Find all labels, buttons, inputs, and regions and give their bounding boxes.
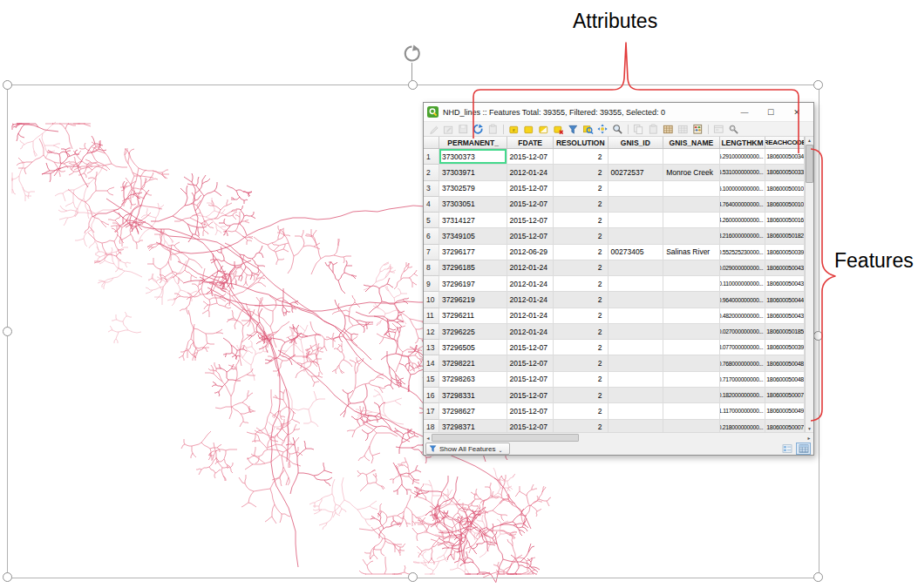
table-cell[interactable]: 37296505 [439,340,507,355]
table-cell[interactable] [663,355,720,371]
selection-handle-middle-left[interactable] [3,327,12,336]
maximize-button[interactable]: ☐ [758,105,784,120]
form-view-toggle[interactable] [779,443,794,455]
table-view-toggle[interactable] [796,443,811,455]
table-cell[interactable] [663,292,720,308]
table-cell[interactable]: 1806000501850 [765,324,805,340]
table-cell[interactable]: 1806000500484 [765,372,805,388]
new-field-icon[interactable] [661,123,676,136]
table-cell[interactable] [663,276,720,292]
table-cell[interactable]: 1806000500398 [765,245,805,260]
table-cell[interactable]: 0.027000000000... [720,324,766,340]
table-cell[interactable]: 0.768000000000... [720,355,766,371]
table-cell[interactable]: 2 [554,403,609,419]
table-cell[interactable] [663,197,720,213]
table-cell[interactable]: 2015-12-07 [507,340,554,355]
row-number[interactable]: 4 [424,197,439,213]
field-calculator-icon[interactable] [690,123,705,136]
table-cell[interactable]: 37298331 [439,388,507,403]
table-cell[interactable]: 2015-12-07 [507,388,554,403]
reload-table-icon[interactable] [471,123,486,136]
search-icon[interactable] [610,123,625,136]
row-number[interactable]: 10 [424,292,439,308]
selection-handle-middle-right[interactable] [813,331,823,341]
table-cell[interactable]: 5.291000000000... [720,149,766,165]
row-number[interactable]: 9 [424,276,439,292]
table-cell[interactable]: 37303971 [439,165,507,180]
table-cell[interactable] [609,197,664,213]
table-cell[interactable]: 37303051 [439,197,507,213]
table-cell[interactable]: 2 [554,308,609,324]
table-cell[interactable]: 1806000500101 [765,181,805,197]
table-cell[interactable] [663,388,720,403]
column-header-lengthkm[interactable]: LENGTHKM [720,137,766,148]
show-all-features-button[interactable]: Show All Features ⌄ [425,443,510,455]
table-cell[interactable]: 0.110000000000... [720,276,766,292]
deselect-all-icon[interactable] [551,123,566,136]
table-cell[interactable]: 2015-12-07 [507,197,554,213]
table-cell[interactable]: 37302579 [439,181,507,197]
table-cell[interactable]: 37296225 [439,324,507,340]
table-cell[interactable]: 37298627 [439,403,507,419]
column-header-gnis_name[interactable]: GNIS_NAME [663,137,720,148]
table-cell[interactable]: 2015-12-07 [507,372,554,388]
table-cell[interactable] [609,388,664,403]
selection-handle-bottom-left[interactable] [3,572,12,582]
close-button[interactable]: ✕ [784,105,810,120]
row-number[interactable]: 11 [424,308,439,324]
table-cell[interactable] [663,324,720,340]
filter-select-form-icon[interactable] [566,123,581,136]
invert-selection-icon[interactable] [536,123,551,136]
row-number[interactable]: 8 [424,260,439,276]
table-cell[interactable] [609,420,664,432]
table-cell[interactable]: 37314127 [439,213,507,228]
table-cell[interactable] [609,276,664,292]
table-cell[interactable]: 4.764000000000... [720,197,766,213]
row-number[interactable]: 18 [424,420,439,432]
scroll-right-icon[interactable]: ► [805,436,813,441]
table-cell[interactable]: 1806000500075 [765,388,805,403]
table-cell[interactable]: 2 [554,181,609,197]
table-cell[interactable]: 1806000500398 [765,340,805,355]
table-cell[interactable]: 1806000500438 [765,260,805,276]
table-cell[interactable]: 5.100000000000... [720,181,766,197]
table-cell[interactable] [663,213,720,228]
table-cell[interactable] [609,228,664,244]
table-cell[interactable]: 0.482000000000... [720,308,766,324]
table-cell[interactable] [663,149,720,165]
table-cell[interactable]: 2015-12-07 [507,420,554,432]
table-cell[interactable]: 2012-01-24 [507,165,554,180]
table-cell[interactable] [609,340,664,355]
table-cell[interactable]: 2012-01-24 [507,276,554,292]
table-cell[interactable]: 0.964000000000... [720,292,766,308]
table-cell[interactable]: Salinas River [663,245,720,260]
table-cell[interactable]: 37298371 [439,420,507,432]
selected-cell[interactable]: 37300373 [439,149,507,165]
row-number[interactable]: 5 [424,213,439,228]
table-cell[interactable]: 1806000501827 [765,228,805,244]
table-cell[interactable]: 1806000500102 [765,197,805,213]
scroll-down-icon[interactable]: ▼ [807,425,812,432]
table-cell[interactable]: 2012-01-24 [507,324,554,340]
table-cell[interactable] [609,372,664,388]
table-cell[interactable]: 5.531000000000... [720,165,766,180]
table-cell[interactable] [663,181,720,197]
rotate-handle-icon[interactable] [402,44,422,64]
scroll-up-icon[interactable]: ▲ [807,137,812,144]
table-cell[interactable]: 2 [554,324,609,340]
horizontal-scrollbar[interactable]: ◄ ► [424,432,813,443]
table-cell[interactable]: 37296197 [439,276,507,292]
column-header-reachcode[interactable]: REACHCODE [765,137,805,148]
row-number[interactable]: 2 [424,165,439,180]
table-cell[interactable]: 2 [554,340,609,355]
table-cell[interactable]: 0.717000000000... [720,372,766,388]
table-cell[interactable] [663,308,720,324]
table-cell[interactable]: 1.117000000000... [720,403,766,419]
table-cell[interactable]: 3.216000000000... [720,228,766,244]
table-cell[interactable] [663,340,720,355]
vertical-scrollbar[interactable]: ▲ ▼ [805,137,813,432]
table-cell[interactable]: 37298263 [439,372,507,388]
column-header-gnis_id[interactable]: GNIS_ID [609,137,664,148]
table-cell[interactable]: 2012-01-24 [507,292,554,308]
table-cell[interactable]: 37298221 [439,355,507,371]
